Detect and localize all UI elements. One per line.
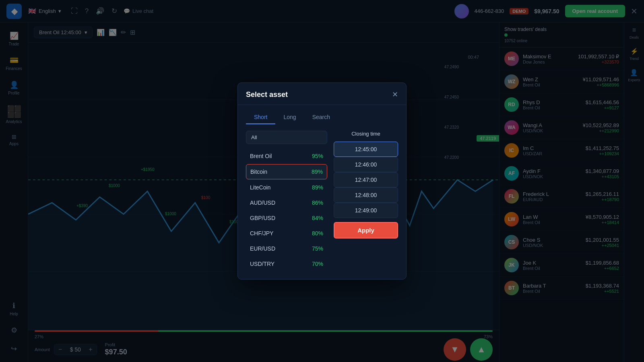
asset-pct: 84% (312, 215, 323, 221)
asset-pct: 70% (312, 261, 323, 267)
asset-row[interactable]: USD/TRY 70% (246, 257, 327, 271)
time-slot[interactable]: 12:45:00 (334, 142, 398, 157)
modal-close-button[interactable]: ✕ (392, 90, 398, 99)
asset-row[interactable]: Bitcoin 89% (246, 164, 327, 179)
asset-pct: 89% (312, 169, 323, 175)
modal-overlay[interactable]: Select asset ✕ Short Long Search All Cur… (0, 0, 644, 362)
time-slot[interactable]: 12:48:00 (334, 187, 398, 203)
asset-row[interactable]: CHF/JPY 80% (246, 226, 327, 241)
modal-header: Select asset ✕ (238, 83, 406, 105)
select-asset-modal: Select asset ✕ Short Long Search All Cur… (237, 82, 407, 280)
asset-row[interactable]: Brent Oil 95% (246, 149, 327, 163)
modal-title: Select asset (246, 90, 288, 99)
time-slots: 12:45:0012:46:0012:47:0012:48:0012:49:00 (334, 142, 398, 218)
asset-row[interactable]: AUD/USD 86% (246, 195, 327, 210)
asset-name: LiteCoin (250, 184, 270, 191)
asset-list: Brent Oil 95% Bitcoin 89% LiteCoin 89% A… (246, 149, 327, 271)
tab-short[interactable]: Short (246, 111, 275, 124)
modal-tabs: Short Long Search (238, 105, 406, 124)
asset-list-column: All Currencies Crypto Commodities Stocks… (246, 131, 327, 271)
asset-filter-select[interactable]: All Currencies Crypto Commodities Stocks (246, 131, 327, 144)
asset-name: AUD/USD (250, 200, 275, 206)
asset-row[interactable]: LiteCoin 89% (246, 180, 327, 195)
modal-body: All Currencies Crypto Commodities Stocks… (238, 124, 406, 279)
asset-pct: 95% (312, 153, 323, 159)
asset-name: USD/TRY (250, 261, 275, 267)
tab-long[interactable]: Long (275, 111, 304, 124)
apply-button[interactable]: Apply (334, 222, 398, 239)
time-slot[interactable]: 12:46:00 (334, 157, 398, 172)
asset-pct: 86% (312, 200, 323, 206)
asset-name: Bitcoin (250, 169, 267, 175)
closing-time-column: Closing time 12:45:0012:46:0012:47:0012:… (334, 131, 398, 271)
asset-pct: 89% (312, 184, 323, 191)
time-slot[interactable]: 12:49:00 (334, 203, 398, 218)
asset-name: CHF/JPY (250, 230, 273, 237)
asset-pct: 75% (312, 245, 323, 252)
asset-row[interactable]: EUR/USD 75% (246, 241, 327, 256)
time-slot[interactable]: 12:47:00 (334, 172, 398, 187)
closing-time-label: Closing time (334, 131, 398, 137)
asset-name: Brent Oil (250, 153, 272, 159)
asset-pct: 80% (312, 230, 323, 237)
asset-name: GBP/USD (250, 215, 275, 221)
asset-name: EUR/USD (250, 245, 275, 252)
asset-row[interactable]: GBP/USD 84% (246, 211, 327, 225)
tab-search[interactable]: Search (304, 111, 338, 124)
